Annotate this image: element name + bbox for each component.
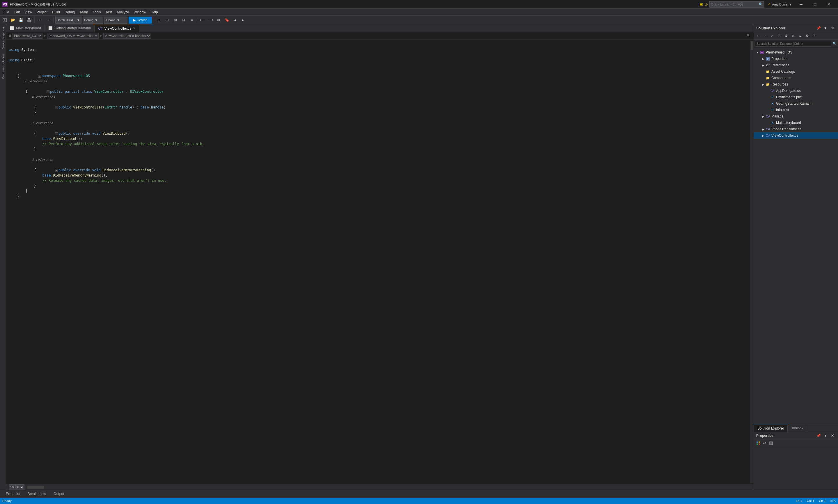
platform-dropdown[interactable]: iPhone ▼: [104, 17, 127, 23]
tab-close-viewcontroller[interactable]: ✕: [133, 27, 135, 30]
collapse-class[interactable]: –: [47, 90, 50, 93]
toolbar-btn-5[interactable]: ≡: [188, 17, 195, 23]
zoom-control[interactable]: 100 %: [9, 484, 24, 490]
new-project-btn[interactable]: [1, 17, 8, 23]
bottom-tab-breakpoints[interactable]: Breakpoints: [24, 491, 50, 497]
menu-tools[interactable]: Tools: [90, 9, 103, 16]
tab-gettingstarted[interactable]: ⬜ GettingStarted.Xamarin: [45, 25, 94, 32]
se-refresh-btn[interactable]: ↺: [783, 33, 789, 39]
collapse-viewdidload[interactable]: –: [55, 132, 58, 135]
se-collapse-btn[interactable]: ⊟: [776, 33, 782, 39]
minimize-button[interactable]: ─: [795, 0, 808, 9]
breadcrumb-expand-btn[interactable]: ⊞: [744, 32, 751, 39]
se-tab-toolbox[interactable]: Toolbox: [788, 425, 807, 432]
breadcrumb-method-select[interactable]: ViewController(IntPtr handle): [103, 33, 151, 39]
breadcrumb-project-select[interactable]: Phoneword_iOS: [13, 33, 42, 39]
se-home-btn[interactable]: ⌂: [769, 33, 775, 39]
prop-pages-btn[interactable]: [768, 440, 774, 446]
toolbar-btn-4[interactable]: ⊡: [180, 17, 187, 23]
breadcrumb-class-select[interactable]: Phoneword_iOS.ViewController: [47, 33, 99, 39]
se-sync-btn[interactable]: ⊕: [790, 33, 797, 39]
batch-build-dropdown[interactable]: Batch Build... ▼: [55, 17, 82, 23]
tree-item-viewcontroller[interactable]: ▶ C# ViewController.cs: [754, 132, 838, 139]
se-back-btn[interactable]: ←: [755, 33, 762, 39]
tab-mainstoryboard[interactable]: ⬜ Main.storyboard: [6, 25, 45, 32]
start-button[interactable]: ▶ Device: [129, 17, 152, 23]
quick-launch-input[interactable]: [711, 3, 757, 6]
tree-item-appdelegate[interactable]: ▶ C# AppDelegate.cs: [754, 88, 838, 94]
tree-item-phonetranslator[interactable]: ▶ C# PhoneTranslator.cs: [754, 126, 838, 132]
prop-alpha-btn[interactable]: AZ: [762, 440, 768, 446]
editor-scrollbar-v[interactable]: [750, 41, 754, 483]
toolbar-btn-10[interactable]: ◂: [232, 17, 238, 23]
menu-project[interactable]: Project: [34, 9, 50, 16]
document-outline-tab[interactable]: Document Outline: [0, 51, 6, 82]
tree-item-references[interactable]: ▶ References: [754, 62, 838, 68]
scrollbar-thumb-h[interactable]: [27, 486, 44, 489]
tree-item-components[interactable]: ▶ 📁 Components: [754, 75, 838, 81]
menu-test[interactable]: Test: [103, 9, 114, 16]
maximize-button[interactable]: □: [808, 0, 822, 9]
tree-item-mainstoryboard[interactable]: ▶ S Main.storyboard: [754, 120, 838, 126]
tree-item-assetcatalogs[interactable]: ▶ 📁 Asset Catalogs: [754, 68, 838, 75]
open-btn[interactable]: 📂: [9, 17, 16, 23]
menu-build[interactable]: Build: [50, 9, 62, 16]
server-explorer-tab[interactable]: Server Explorer: [0, 24, 6, 51]
tree-item-resources[interactable]: ▶ 📁 Resources: [754, 81, 838, 88]
menu-analyze[interactable]: Analyze: [114, 9, 131, 16]
menu-edit[interactable]: Edit: [11, 9, 22, 16]
tree-item-gettingstarted[interactable]: ▶ X GettingStarted.Xamarin: [754, 100, 838, 107]
prop-category-btn[interactable]: [755, 440, 762, 446]
tree-item-entitlements[interactable]: ▶ P Entitlements.plist: [754, 94, 838, 100]
menu-window[interactable]: Window: [131, 9, 148, 16]
bottom-tab-output[interactable]: Output: [50, 491, 68, 497]
zoom-select[interactable]: 100 %: [9, 484, 24, 490]
collapse-ctor[interactable]: –: [55, 106, 58, 109]
toolbar-btn-3[interactable]: ⊠: [172, 17, 179, 23]
tree-item-maincs[interactable]: ▶ C# Main.cs: [754, 113, 838, 120]
panel-close-btn[interactable]: ✕: [829, 25, 836, 31]
code-text-area[interactable]: using System; using UIKit; –namespace Ph…: [6, 41, 750, 483]
toolbar-btn-8[interactable]: ⊕: [215, 17, 222, 23]
se-tab-solution-explorer[interactable]: Solution Explorer: [754, 425, 788, 432]
undo-btn[interactable]: ↩: [36, 17, 43, 23]
tree-item-properties[interactable]: ▶ P Properties: [754, 56, 838, 62]
properties-dropdown-btn[interactable]: ▼: [822, 432, 829, 439]
toolbar-btn-7[interactable]: ⟶: [207, 17, 214, 23]
se-settings-btn[interactable]: ⚙: [804, 33, 810, 39]
toolbar-btn-2[interactable]: ⊟: [164, 17, 171, 23]
panel-dropdown-btn[interactable]: ▼: [822, 25, 829, 31]
save-all-btn[interactable]: [25, 17, 33, 23]
user-dropdown-icon[interactable]: ▼: [789, 3, 792, 6]
toolbar-btn-9[interactable]: 🔖: [224, 17, 230, 23]
panel-pin-btn[interactable]: 📌: [815, 25, 822, 31]
tree-item-project[interactable]: ▼ P Phoneword_iOS: [754, 49, 838, 56]
properties-close-btn[interactable]: ✕: [829, 432, 836, 439]
collapse-memwarning[interactable]: –: [55, 169, 58, 172]
menu-debug[interactable]: Debug: [62, 9, 77, 16]
se-search-input[interactable]: [755, 41, 831, 47]
toolbar-btn-1[interactable]: ⊞: [156, 17, 163, 23]
toolbar-btn-6[interactable]: ⟵: [199, 17, 206, 23]
se-properties-btn[interactable]: ⊞: [811, 33, 817, 39]
bottom-tab-errorlist[interactable]: Error List: [2, 491, 23, 497]
quick-launch-box[interactable]: 🔍: [709, 1, 764, 7]
menu-help[interactable]: Help: [148, 9, 160, 16]
properties-pin-btn[interactable]: 📌: [815, 432, 822, 439]
save-btn[interactable]: 💾: [17, 17, 24, 23]
editor-scrollbar-h[interactable]: [27, 485, 751, 489]
debug-config-dropdown[interactable]: Debug ▼: [83, 17, 103, 23]
menu-view[interactable]: View: [22, 9, 34, 16]
collapse-namespace[interactable]: –: [38, 75, 41, 78]
close-button[interactable]: ✕: [822, 0, 836, 9]
scrollbar-thumb-v[interactable]: [751, 41, 753, 50]
se-forward-btn[interactable]: →: [762, 33, 768, 39]
redo-btn[interactable]: ↪: [44, 17, 52, 23]
menu-file[interactable]: File: [1, 9, 11, 16]
se-filter-btn[interactable]: ≡: [797, 33, 803, 39]
code-editor[interactable]: using System; using UIKit; –namespace Ph…: [6, 39, 754, 484]
tab-viewcontroller[interactable]: C# ViewController.cs ✕: [94, 25, 139, 32]
toolbar-btn-11[interactable]: ▸: [240, 17, 247, 23]
tree-item-infoplist[interactable]: ▶ P Info.plist: [754, 107, 838, 113]
menu-team[interactable]: Team: [77, 9, 90, 16]
